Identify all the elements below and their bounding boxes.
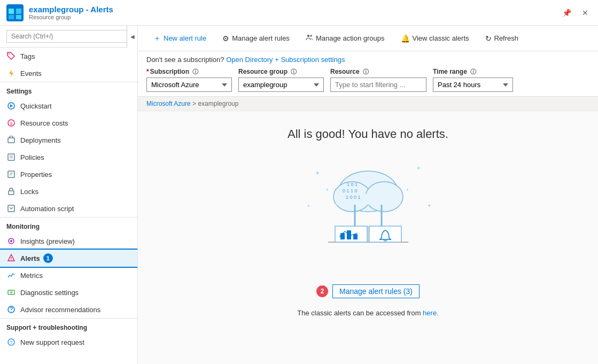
resource-filter: Resource ⓘ: [330, 68, 426, 92]
settings-section-header: Settings: [0, 82, 137, 97]
svg-rect-17: [9, 191, 14, 195]
time-range-label: Time range ⓘ: [433, 68, 513, 76]
sidebar-item-deployments[interactable]: Deployments: [0, 131, 137, 149]
manage-alert-rules-button[interactable]: ⚙ Manage alert rules: [215, 30, 297, 47]
svg-text:?: ?: [10, 340, 12, 345]
sidebar-item-diagnostics[interactable]: Diagnostic settings: [0, 284, 137, 301]
title-text: examplegroup - Alerts Resource group: [29, 5, 113, 20]
info-icon: ⓘ: [192, 68, 198, 75]
svg-text:✦: ✦: [325, 188, 329, 192]
info-icon2: ⓘ: [291, 68, 297, 75]
time-range-select[interactable]: Past 24 hours Past 48 hours Past week: [433, 78, 513, 92]
refresh-button[interactable]: ↻ Refresh: [478, 30, 526, 47]
svg-point-22: [11, 259, 11, 260]
svg-rect-2: [16, 9, 21, 14]
classic-alerts-link[interactable]: here.: [423, 309, 439, 317]
plus-icon: ＋: [153, 34, 161, 43]
manage-action-groups-button[interactable]: Manage action groups: [299, 30, 392, 47]
close-button[interactable]: ✕: [579, 7, 592, 18]
sidebar-item-automation[interactable]: Automation script: [0, 200, 137, 217]
sidebar-item-resource-costs[interactable]: $ Resource costs: [0, 114, 137, 131]
sidebar-item-label: Deployments: [20, 136, 61, 144]
svg-point-30: [307, 35, 309, 37]
sidebar-item-label: Advisor recommendations: [20, 306, 100, 314]
people-icon: [306, 34, 313, 43]
svg-rect-14: [8, 171, 14, 177]
sidebar-item-quickstart[interactable]: Quickstart: [0, 97, 137, 114]
resource-group-select[interactable]: examplegroup: [238, 78, 324, 92]
automation-icon: [6, 204, 16, 213]
resource-label: Resource ⓘ: [330, 68, 426, 76]
sidebar-item-metrics[interactable]: Metrics: [0, 267, 137, 284]
svg-text:1 0 0 1: 1 0 0 1: [346, 195, 361, 200]
deploy-icon: [6, 135, 16, 145]
subscription-label: *Subscription ⓘ: [146, 68, 232, 76]
svg-text:0 1 1 0: 0 1 1 0: [343, 188, 358, 193]
view-classic-alerts-button[interactable]: 🔔 View classic alerts: [394, 30, 476, 47]
svg-rect-18: [8, 205, 14, 212]
svg-rect-4: [16, 15, 21, 19]
support-section-header: Support + troubleshooting: [0, 318, 137, 334]
metrics-icon: [6, 270, 16, 280]
filter-bar: Don't see a subscription? Open Directory…: [138, 51, 598, 97]
svg-text:✦: ✦: [416, 165, 421, 171]
svg-marker-6: [9, 69, 13, 77]
breadcrumb: Microsoft Azure > examplegroup: [138, 97, 598, 111]
step-badge: 2: [316, 285, 328, 297]
sidebar-item-support[interactable]: ? New support request: [0, 334, 137, 351]
lock-icon: [6, 187, 16, 196]
manage-alert-rules-link[interactable]: Manage alert rules (3): [332, 284, 420, 298]
svg-text:✦: ✦: [307, 204, 310, 208]
sidebar-search: [0, 26, 137, 48]
sidebar-item-label: Resource costs: [20, 119, 68, 127]
advisor-icon: [6, 305, 16, 314]
quickstart-icon: [6, 101, 16, 111]
svg-text:✦: ✦: [427, 203, 431, 208]
sidebar-item-locks[interactable]: Locks: [0, 183, 137, 200]
sidebar-item-events[interactable]: Events: [0, 65, 137, 82]
svg-text:1 0 1: 1 0 1: [347, 182, 358, 187]
sidebar-item-policies[interactable]: Policies: [0, 149, 137, 166]
svg-text:✦: ✦: [406, 188, 409, 192]
resource-input[interactable]: [330, 78, 426, 92]
window-subtitle: Resource group: [29, 14, 113, 20]
sidebar-item-alerts[interactable]: Alerts 1: [0, 250, 137, 267]
sidebar-collapse-btn[interactable]: ◀: [127, 26, 137, 48]
classic-notice: The classic alerts can be accessed from …: [297, 309, 438, 317]
alerts-badge: 1: [43, 253, 53, 263]
content-area: ＋ New alert rule ⚙ Manage alert rules Ma…: [138, 26, 598, 364]
info-icon3: ⓘ: [363, 68, 369, 75]
sidebar-item-properties[interactable]: Properties: [0, 166, 137, 183]
sidebar-item-advisor[interactable]: Advisor recommendations: [0, 301, 137, 318]
sidebar: ◀ Tags Events Settings: [0, 26, 138, 364]
sidebar-item-label: Policies: [20, 153, 44, 161]
breadcrumb-separator: >: [192, 100, 198, 107]
main-content: All is good! You have no alerts. ✦ ✦ ✦ ✦…: [138, 111, 598, 364]
sidebar-item-label: Automation script: [20, 205, 74, 213]
sidebar-item-insights[interactable]: Insights (preview): [0, 233, 137, 250]
sidebar-item-label: Locks: [20, 188, 38, 196]
svg-point-31: [310, 35, 312, 37]
new-alert-rule-button[interactable]: ＋ New alert rule: [146, 30, 213, 47]
monitoring-section-header: Monitoring: [0, 217, 137, 233]
sidebar-item-label: New support request: [20, 338, 84, 346]
sidebar-item-tags[interactable]: Tags: [0, 48, 137, 65]
support-icon: ?: [6, 337, 16, 347]
pin-button[interactable]: 📌: [559, 7, 574, 18]
window-title: examplegroup - Alerts: [29, 5, 113, 14]
cloud-illustration: ✦ ✦ ✦ ✦ ✦ ✦ 1 0 1 0 1 1 0 1 0 0 1: [299, 154, 438, 272]
sidebar-item-label: Diagnostic settings: [20, 289, 79, 297]
title-bar: examplegroup - Alerts Resource group 📌 ✕: [0, 0, 598, 26]
manage-alert-rules-section: 2 Manage alert rules (3): [316, 284, 420, 298]
sidebar-item-label: Events: [20, 69, 42, 78]
sidebar-item-label: Alerts: [20, 254, 40, 262]
svg-rect-10: [8, 138, 14, 143]
search-input[interactable]: [6, 30, 131, 43]
window-controls: 📌 ✕: [559, 7, 592, 18]
breadcrumb-azure-link[interactable]: Microsoft Azure: [146, 100, 191, 107]
subscription-select[interactable]: Microsoft Azure: [146, 78, 232, 92]
subscription-settings-link[interactable]: Open Directory + Subscription settings: [226, 56, 345, 64]
sidebar-item-label: Insights (preview): [20, 237, 75, 245]
svg-rect-11: [8, 154, 14, 160]
sidebar-item-label: Properties: [20, 171, 52, 179]
